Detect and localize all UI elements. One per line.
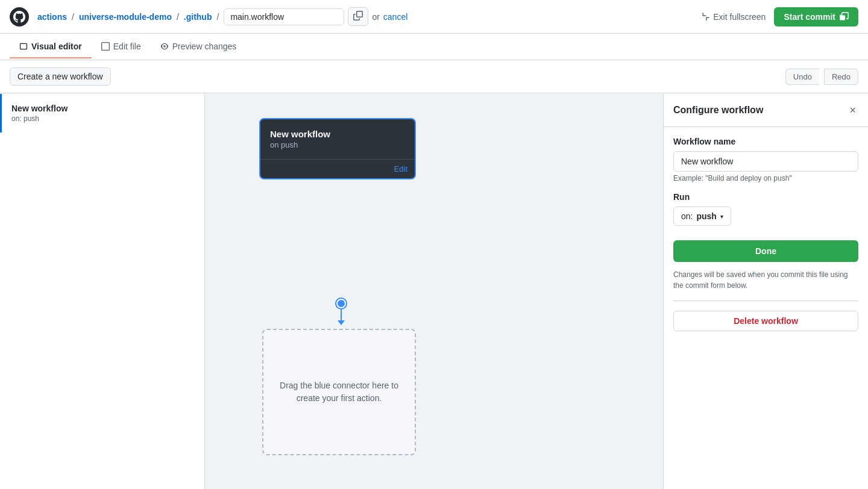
tab-bar: Visual editor Edit file Preview changes — [0, 34, 868, 60]
edit-file-icon — [101, 42, 110, 51]
github-logo — [10, 7, 29, 26]
topbar: actions / universe-module-demo / .github… — [0, 0, 868, 34]
start-commit-label: Start commit — [784, 12, 835, 22]
start-commit-button[interactable]: Start commit — [774, 7, 858, 26]
tab-edit-file[interactable]: Edit file — [92, 36, 151, 58]
preview-icon — [160, 42, 169, 51]
copy-path-button[interactable] — [348, 7, 368, 26]
breadcrumb-sep-2: / — [177, 12, 179, 22]
breadcrumb-github-link[interactable]: .github — [184, 12, 212, 22]
visual-editor-tab-label: Visual editor — [31, 42, 82, 51]
exit-fullscreen-button[interactable]: Exit fullscreen — [700, 12, 766, 22]
breadcrumb-repo-link[interactable]: universe-module-demo — [79, 12, 172, 22]
tab-visual-editor[interactable]: Visual editor — [10, 36, 92, 58]
filename-input[interactable] — [224, 8, 344, 25]
breadcrumb-sep-3: / — [216, 12, 219, 22]
tab-preview-changes[interactable]: Preview changes — [151, 36, 247, 58]
exit-fullscreen-label: Exit fullscreen — [713, 12, 766, 22]
cancel-link[interactable]: cancel — [383, 12, 407, 22]
visual-editor-icon — [19, 42, 28, 51]
or-text: or — [372, 12, 379, 22]
breadcrumb-sep-1: / — [72, 12, 74, 22]
edit-file-tab-label: Edit file — [113, 42, 141, 51]
preview-changes-tab-label: Preview changes — [172, 42, 237, 51]
breadcrumb-actions-link[interactable]: actions — [37, 12, 67, 22]
